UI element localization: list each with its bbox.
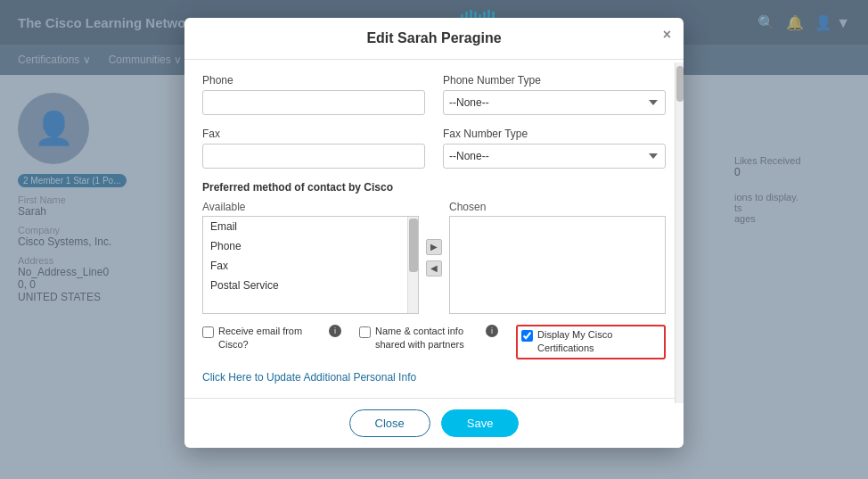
fax-type-select[interactable]: --None--	[443, 144, 666, 169]
phone-type-label: Phone Number Type	[443, 74, 666, 87]
available-listbox[interactable]: Email Phone Fax Postal Service	[202, 216, 419, 314]
name-contact-group: Name & contact info shared with partners…	[359, 325, 498, 352]
close-icon[interactable]: ×	[663, 27, 671, 43]
modal-body: Phone Phone Number Type --None-- Fax F	[184, 60, 684, 398]
receive-email-info-icon[interactable]: i	[329, 325, 341, 337]
modal-footer: Close Save	[184, 398, 684, 448]
update-personal-info-link[interactable]: Click Here to Update Additional Personal…	[202, 371, 416, 384]
modal-header: Edit Sarah Peragine ×	[184, 18, 684, 60]
list-item[interactable]: Fax	[203, 256, 418, 276]
modal-title: Edit Sarah Peragine	[366, 30, 501, 45]
receive-email-label: Receive email from Cisco?	[218, 325, 322, 352]
name-contact-info-icon[interactable]: i	[486, 325, 498, 337]
phone-row: Phone Phone Number Type --None--	[202, 74, 666, 115]
name-contact-checkbox[interactable]	[359, 326, 371, 338]
preferred-contact-title: Preferred method of contact by Cisco	[202, 181, 666, 194]
listbox-scrollbar[interactable]	[407, 217, 418, 313]
listbox-arrows: ▶ ◀	[422, 239, 446, 277]
chosen-listbox[interactable]	[449, 216, 666, 314]
display-cisco-label: Display My Cisco Certifications	[537, 328, 660, 356]
save-button[interactable]: Save	[441, 409, 520, 437]
fax-field-group: Fax	[202, 128, 425, 169]
fax-label: Fax	[202, 128, 425, 140]
available-label: Available	[202, 201, 419, 213]
list-item[interactable]: Postal Service	[203, 276, 418, 295]
phone-input[interactable]	[202, 90, 425, 115]
receive-email-checkbox[interactable]	[202, 326, 214, 338]
list-item[interactable]: Phone	[203, 236, 418, 256]
phone-field-group: Phone	[202, 74, 425, 115]
display-cisco-group: Display My Cisco Certifications	[516, 325, 666, 359]
edit-profile-modal: Edit Sarah Peragine × Phone Phone Number…	[184, 18, 684, 448]
chosen-label: Chosen	[449, 201, 666, 213]
close-button[interactable]: Close	[349, 409, 430, 437]
available-listbox-container: Available Email Phone Fax Postal Service	[202, 201, 419, 314]
scrollbar[interactable]	[675, 62, 684, 403]
phone-label: Phone	[202, 74, 425, 87]
scroll-thumb	[676, 66, 684, 102]
display-cisco-checkbox[interactable]	[521, 330, 533, 342]
phone-type-group: Phone Number Type --None--	[443, 74, 666, 115]
move-left-button[interactable]: ◀	[426, 260, 442, 277]
modal-overlay: Edit Sarah Peragine × Phone Phone Number…	[0, 0, 868, 479]
fax-type-group: Fax Number Type --None--	[443, 128, 666, 169]
fax-type-label: Fax Number Type	[443, 128, 666, 140]
phone-type-select[interactable]: --None--	[443, 90, 666, 115]
checkboxes-row: Receive email from Cisco? i Name & conta…	[202, 325, 666, 359]
fax-row: Fax Fax Number Type --None--	[202, 128, 666, 169]
chosen-listbox-container: Chosen	[449, 201, 666, 314]
name-contact-label: Name & contact info shared with partners	[375, 325, 479, 352]
list-item[interactable]: Email	[203, 217, 418, 236]
listbox-scroll-thumb	[409, 219, 418, 272]
receive-email-group: Receive email from Cisco? i	[202, 325, 341, 352]
dual-listbox: Available Email Phone Fax Postal Service…	[202, 201, 666, 314]
move-right-button[interactable]: ▶	[426, 239, 442, 255]
fax-input[interactable]	[202, 144, 425, 169]
